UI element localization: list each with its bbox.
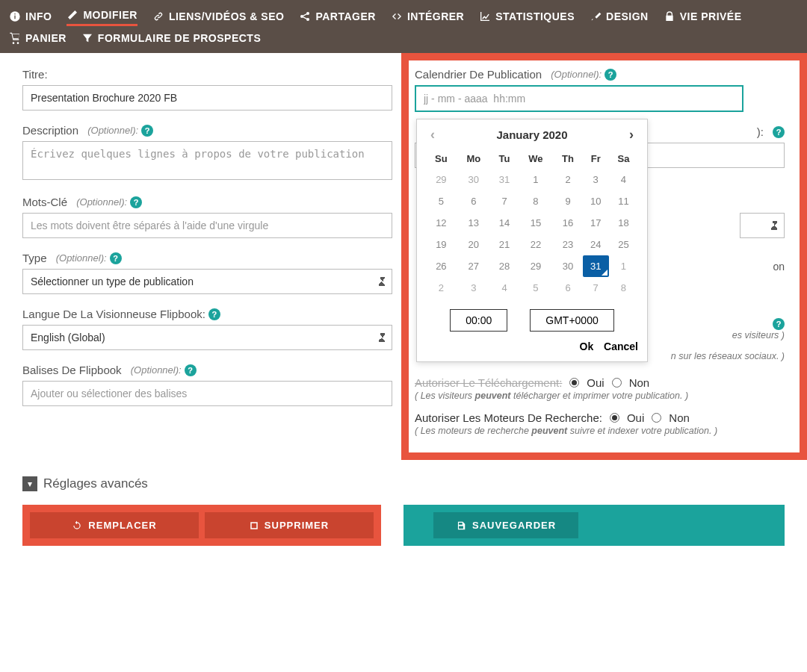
tab-modifier[interactable]: MODIFIER <box>67 6 137 26</box>
calendar-cancel-button[interactable]: Cancel <box>604 340 638 352</box>
search-oui-radio[interactable] <box>610 413 619 423</box>
calendar-day[interactable]: 5 <box>518 277 553 299</box>
obscured-select[interactable] <box>740 213 785 238</box>
calendar-day[interactable]: 4 <box>609 169 638 190</box>
calendar-day[interactable]: 30 <box>457 169 491 190</box>
calendar-day[interactable]: 8 <box>518 190 553 212</box>
calendar-day[interactable]: 25 <box>609 234 638 255</box>
calendar-day[interactable]: 31 <box>491 169 519 190</box>
advanced-settings-toggle[interactable]: ▾ Réglages avancés <box>22 476 807 491</box>
tab-info[interactable]: INFO <box>9 7 52 25</box>
save-button[interactable]: SAUVEGARDER <box>433 512 578 538</box>
tab-panier[interactable]: PANIER <box>9 29 67 47</box>
download-hint: ( Les visiteurs peuvent télécharger et i… <box>415 391 785 401</box>
help-icon[interactable]: ? <box>605 69 616 81</box>
calendar-day[interactable]: 27 <box>457 255 491 277</box>
calendar-day[interactable]: 23 <box>554 234 583 255</box>
calendar-day[interactable]: 28 <box>491 255 519 277</box>
calendar-day[interactable]: 4 <box>491 277 519 299</box>
lang-select[interactable] <box>22 325 392 350</box>
schedule-label: Calendrier De Publication (Optionnel): ? <box>415 68 785 81</box>
calendar-day[interactable]: 29 <box>518 255 553 277</box>
help-icon[interactable]: ? <box>185 364 197 376</box>
download-non-radio[interactable] <box>612 378 622 388</box>
tab-liens[interactable]: LIENS/VIDÉOS & SEO <box>152 7 284 25</box>
calendar-day[interactable]: 2 <box>426 277 457 299</box>
download-oui-radio[interactable] <box>569 378 579 388</box>
type-select[interactable] <box>22 269 392 294</box>
calendar-day[interactable]: 1 <box>609 255 638 277</box>
calendar-day[interactable]: 13 <box>457 212 491 234</box>
calendar-dow: Tu <box>491 149 519 169</box>
calendar-day[interactable]: 14 <box>491 212 519 234</box>
schedule-input[interactable] <box>415 85 743 112</box>
calendar-day[interactable]: 2 <box>554 169 583 190</box>
right-button-group: SAUVEGARDER <box>404 505 785 546</box>
funnel-icon <box>81 32 93 44</box>
next-month-arrow[interactable]: › <box>625 127 638 143</box>
tab-leads[interactable]: FORMULAIRE DE PROSPECTS <box>81 29 261 47</box>
calendar-day[interactable]: 18 <box>609 212 638 234</box>
calendar-day[interactable]: 3 <box>583 169 609 190</box>
svg-rect-2 <box>14 13 15 14</box>
calendar-day[interactable]: 7 <box>583 277 609 299</box>
info-icon <box>9 10 21 22</box>
calendar-day[interactable]: 1 <box>518 169 553 190</box>
description-input[interactable] <box>22 141 392 180</box>
tab-partager-label: PARTAGER <box>315 10 375 22</box>
keywords-input[interactable] <box>22 213 392 238</box>
calendar-day[interactable]: 15 <box>518 212 553 234</box>
code-icon <box>391 10 403 22</box>
calendar-day[interactable]: 30 <box>554 255 583 277</box>
calendar-day[interactable]: 20 <box>457 234 491 255</box>
calendar-day[interactable]: 5 <box>426 190 457 212</box>
calendar-day[interactable]: 9 <box>554 190 583 212</box>
calendar-day[interactable]: 21 <box>491 234 519 255</box>
tab-privacy-label: VIE PRIVÉE <box>680 10 742 22</box>
search-non-radio[interactable] <box>652 413 661 423</box>
calendar-day[interactable]: 3 <box>457 277 491 299</box>
calendar-day[interactable]: 11 <box>609 190 638 212</box>
calendar-day[interactable]: 7 <box>491 190 519 212</box>
help-icon[interactable]: ? <box>773 318 785 330</box>
help-icon[interactable]: ? <box>141 125 153 137</box>
svg-rect-6 <box>251 523 257 529</box>
delete-button[interactable]: SUPPRIMER <box>205 512 374 538</box>
calendar-day[interactable]: 12 <box>426 212 457 234</box>
calendar-day[interactable]: 10 <box>583 190 609 212</box>
download-label: Autoriser Le Téléchargement: <box>415 376 562 389</box>
tab-stats[interactable]: STATISTIQUES <box>479 7 575 25</box>
tab-design[interactable]: DESIGN <box>590 7 649 25</box>
calendar-day[interactable]: 17 <box>583 212 609 234</box>
calendar-day[interactable]: 26 <box>426 255 457 277</box>
buttons-row: REMPLACER SUPPRIMER SAUVEGARDER <box>0 505 807 561</box>
tags-input[interactable] <box>22 381 392 406</box>
calendar-ok-button[interactable]: Ok <box>580 340 594 352</box>
calendar-day[interactable]: 29 <box>426 169 457 190</box>
timezone-input[interactable]: GMT+0000 <box>530 309 613 332</box>
replace-button[interactable]: REMPLACER <box>30 512 199 538</box>
help-icon[interactable]: ? <box>208 308 220 320</box>
calendar-day[interactable]: 22 <box>518 234 553 255</box>
help-icon[interactable]: ? <box>130 196 142 208</box>
calendar-day[interactable]: 8 <box>609 277 638 299</box>
tab-integrer[interactable]: INTÉGRER <box>391 7 464 25</box>
calendar-day[interactable]: 16 <box>554 212 583 234</box>
help-icon[interactable]: ? <box>773 126 785 138</box>
titre-input[interactable] <box>22 85 392 111</box>
help-icon[interactable]: ? <box>110 252 122 264</box>
tab-integrer-label: INTÉGRER <box>407 10 464 22</box>
calendar-dow: Sa <box>609 149 638 169</box>
calendar-day[interactable]: 19 <box>426 234 457 255</box>
calendar-day[interactable]: 6 <box>457 190 491 212</box>
pencil-icon <box>67 9 78 21</box>
prev-month-arrow[interactable]: ‹ <box>426 127 439 143</box>
tab-partager[interactable]: PARTAGER <box>299 7 375 25</box>
calendar-day[interactable]: 24 <box>583 234 609 255</box>
time-input[interactable]: 00:00 <box>450 309 507 332</box>
calendar-dow: Th <box>554 149 583 169</box>
tab-info-label: INFO <box>25 10 52 22</box>
calendar-day[interactable]: 31 <box>583 255 609 277</box>
tab-privacy[interactable]: VIE PRIVÉE <box>664 7 742 25</box>
calendar-day[interactable]: 6 <box>554 277 583 299</box>
